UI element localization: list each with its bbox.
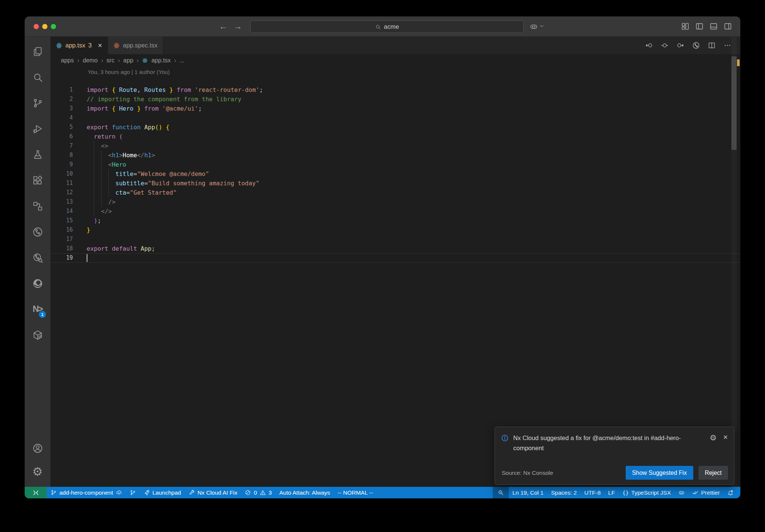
toggle-primary-sidebar-icon[interactable] [695,22,704,31]
customize-layout-icon[interactable] [681,22,690,31]
status-item-git-graph[interactable] [126,487,140,498]
code-line-10[interactable]: 10 title="Welcmoe @acme/demo" [50,169,740,179]
line-number[interactable]: 7 [50,141,73,151]
git-blame-annotation[interactable]: You, 3 hours ago | 1 author (You) [88,69,170,75]
reject-button[interactable]: Reject [699,466,728,480]
activity-bar-item-extensions[interactable] [25,167,50,193]
status-item-eol[interactable]: LF [604,487,619,498]
status-item-git-branch[interactable]: add-hero-component [47,487,126,498]
status-item-language-mode[interactable]: {}TypeScript JSX [619,487,675,498]
line-number[interactable]: 9 [50,160,73,169]
toggle-panel-icon[interactable] [709,22,718,31]
status-item-launchpad[interactable]: Launchpad [140,487,185,498]
status-item-indentation[interactable]: Spaces: 2 [547,487,580,498]
line-number[interactable]: 18 [50,244,73,253]
code-line-18[interactable]: 18export default App; [50,244,740,253]
line-number[interactable]: 5 [50,123,73,132]
breadcrumb-more[interactable]: ... [180,57,185,64]
code-line-16[interactable]: 16} [50,225,740,235]
code-line-3[interactable]: 3import { Hero } from '@acme/ui'; [50,104,740,113]
code-line-17[interactable]: 17 [50,235,740,244]
breadcrumb-item[interactable]: src [106,57,114,64]
breadcrumb-item[interactable]: app [123,57,133,64]
line-number[interactable]: 6 [50,132,73,141]
close-window-button[interactable] [34,24,39,29]
activity-bar-item-search[interactable] [25,64,50,90]
activity-bar-item-commit-search[interactable] [25,245,50,270]
code-line-11[interactable]: 11 subtitle="Build something amazing tod… [50,179,740,188]
status-item-notifications[interactable] [724,487,737,498]
activity-bar-item-accounts[interactable] [25,437,50,460]
code-line-19[interactable]: 19 [50,253,740,263]
status-item-formatter[interactable]: Prettier [688,487,724,498]
toggle-secondary-sidebar-icon[interactable] [724,22,732,31]
code-line-9[interactable]: 9 <Hero [50,160,740,169]
navigate-forward-icon[interactable]: → [233,21,242,31]
code-line-15[interactable]: 15 ); [50,216,740,225]
line-number[interactable]: 17 [50,235,73,244]
breadcrumb-file[interactable]: app.tsx [151,57,171,64]
line-number[interactable]: 3 [50,104,73,113]
navigate-back-icon[interactable]: ← [219,21,227,31]
line-number[interactable]: 19 [50,253,73,263]
line-number[interactable]: 11 [50,179,73,188]
code-line-8[interactable]: 8 <h1>Home</h1> [50,151,740,160]
activity-bar-item-testing[interactable] [25,142,50,167]
command-center-search[interactable]: acme [250,21,524,33]
show-suggested-fix-button[interactable]: Show Suggested Fix [626,466,693,480]
tab-app-tsx[interactable]: app.tsx3✕ [50,37,108,54]
activity-bar-item-source-control[interactable] [25,90,50,116]
next-change-icon[interactable] [676,41,684,49]
code-line-7[interactable]: 7 <> [50,141,740,151]
activity-bar-item-run-and-debug[interactable] [25,116,50,142]
remote-indicator[interactable] [25,487,47,498]
code-line-12[interactable]: 12 cta="Get Started" [50,188,740,197]
status-item-copilot[interactable] [675,487,688,498]
line-number[interactable]: 13 [50,197,73,207]
notification-close-icon[interactable]: ✕ [723,434,728,441]
code-line-6[interactable]: 6 return ( [50,132,740,141]
line-number[interactable]: 2 [50,95,73,104]
more-actions-icon[interactable] [724,41,731,49]
activity-bar-item-explorer[interactable] [25,38,50,64]
split-editor-icon[interactable] [708,41,716,49]
code-line-2[interactable]: 2// importing the component from the lib… [50,95,740,104]
breadcrumb-item[interactable]: demo [83,57,97,64]
copilot-menu[interactable] [530,16,544,36]
scrollbar-slider[interactable] [731,56,737,150]
line-number[interactable]: 1 [50,85,73,95]
activity-bar-item-source-control-graph[interactable] [25,219,50,245]
code-line-5[interactable]: 5export function App() { [50,123,740,132]
maximize-window-button[interactable] [51,24,56,29]
activity-bar-item-containers[interactable] [25,322,50,348]
line-number[interactable]: 4 [50,113,73,123]
code-editor[interactable]: 1import { Route, Routes } from 'react-ro… [50,85,740,263]
tab-app-spec-tsx[interactable]: app.spec.tsx [108,37,163,54]
code-line-13[interactable]: 13 /> [50,197,740,207]
open-change-icon[interactable] [661,41,669,49]
breadcrumb-item[interactable]: apps [61,57,74,64]
status-item-vim-mode[interactable]: -- NORMAL -- [334,487,377,498]
source-control-graph-icon[interactable] [692,41,700,49]
previous-change-icon[interactable] [645,41,653,49]
activity-bar-item-settings[interactable]: ⚙ [25,460,50,483]
line-number[interactable]: 15 [50,216,73,225]
status-item-zoom-level[interactable] [493,487,509,498]
line-number[interactable]: 10 [50,169,73,179]
status-item-nx-cloud-ai-fix[interactable]: Nx Cloud AI Fix [185,487,241,498]
status-item-problems[interactable]: 03 [241,487,275,498]
line-number[interactable]: 8 [50,151,73,160]
code-line-4[interactable]: 4 [50,113,740,123]
minimize-window-button[interactable] [42,24,47,29]
code-line-14[interactable]: 14 </> [50,207,740,216]
tab-close-icon[interactable]: ✕ [97,42,102,49]
activity-bar-item-nx-console[interactable]: N>1 [25,296,50,322]
activity-bar-item-project-hierarchy[interactable] [25,193,50,219]
line-number[interactable]: 12 [50,188,73,197]
status-item-cursor-position[interactable]: Ln 19, Col 1 [509,487,548,498]
line-number[interactable]: 14 [50,207,73,216]
status-item-encoding[interactable]: UTF-8 [580,487,604,498]
activity-bar-item-edge-devtools[interactable] [25,270,50,296]
notification-settings-gear-icon[interactable]: ⚙ [710,434,717,442]
line-number[interactable]: 16 [50,225,73,235]
